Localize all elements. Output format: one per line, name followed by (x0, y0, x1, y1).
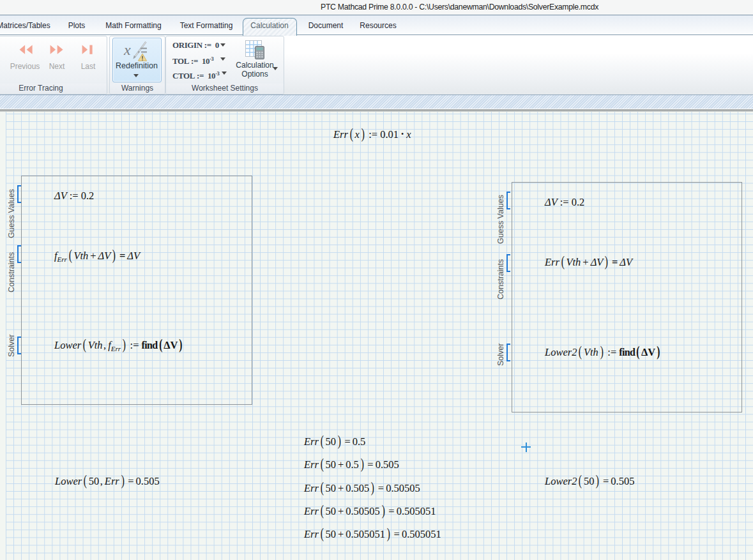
svg-text:x: x (123, 42, 131, 58)
